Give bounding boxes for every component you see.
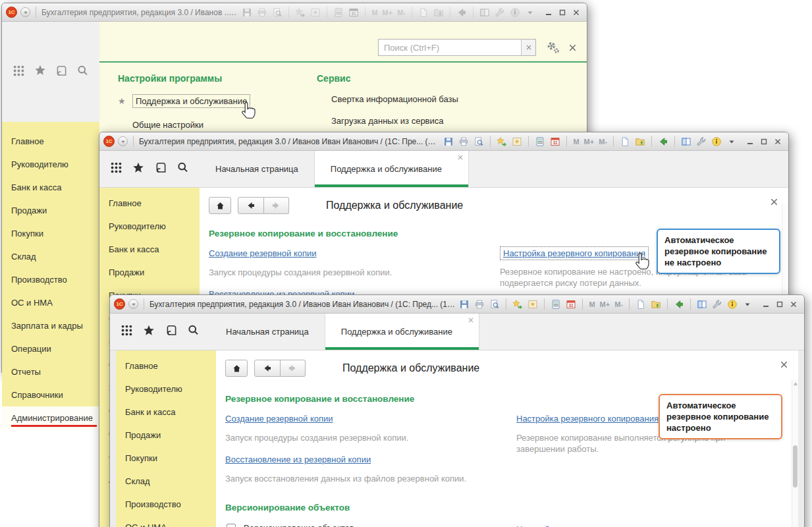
tab-support[interactable]: Поддержка и обслуживание	[315, 151, 469, 187]
calculator-icon[interactable]	[550, 298, 562, 310]
sidebar-item[interactable]: Покупки	[116, 447, 216, 470]
maximize-button[interactable]	[761, 138, 767, 145]
sidebar-item[interactable]: Главное	[116, 354, 216, 377]
search-clear-icon[interactable]	[521, 40, 535, 55]
general-settings-link[interactable]: Общие настройки	[132, 120, 203, 130]
versioning-settings-link[interactable]: Настройки хранения	[516, 524, 598, 527]
memory-button[interactable]: M	[572, 138, 580, 146]
maximize-button[interactable]	[559, 9, 566, 16]
tab-close-icon[interactable]	[468, 318, 474, 323]
new-document-icon[interactable]	[635, 298, 647, 310]
sidebar-item[interactable]: Продажи	[99, 261, 200, 284]
favorites-star-icon[interactable]	[142, 324, 155, 340]
db-compress-link[interactable]: Свертка информационной базы	[331, 94, 458, 104]
minimize-button[interactable]	[747, 138, 753, 145]
print-preview-icon[interactable]	[271, 7, 283, 18]
versioning-checkbox[interactable]	[227, 524, 236, 527]
memory-minus-button[interactable]: M-	[598, 138, 608, 146]
sidebar-item[interactable]: Руководителю	[116, 377, 216, 401]
calculator-icon[interactable]	[333, 7, 344, 18]
split-window-icon[interactable]	[479, 7, 491, 18]
sidebar-item[interactable]: Продажи	[116, 424, 216, 447]
favorites-star-icon[interactable]	[34, 64, 47, 80]
calendar-icon[interactable]: 31	[549, 136, 561, 148]
main-menu-grid-icon[interactable]	[13, 65, 25, 80]
vertical-scrollbar[interactable]	[792, 379, 798, 527]
sidebar-item[interactable]: Главное	[2, 130, 99, 153]
close-button[interactable]	[573, 9, 580, 16]
nav-back-button[interactable]	[238, 197, 264, 214]
chevron-down-icon[interactable]	[742, 298, 753, 310]
history-icon[interactable]	[165, 324, 178, 339]
main-menu-grid-icon[interactable]	[121, 324, 133, 339]
minimize-button[interactable]	[545, 9, 552, 16]
print-icon[interactable]	[458, 136, 470, 148]
nav-forward-button[interactable]	[264, 197, 290, 214]
memory-minus-button[interactable]: M-	[614, 300, 624, 308]
print-icon[interactable]	[256, 7, 268, 18]
save-icon[interactable]	[458, 298, 470, 310]
memory-minus-button[interactable]: M-	[396, 9, 406, 16]
add-favorite-icon[interactable]	[496, 136, 508, 148]
close-button[interactable]	[790, 301, 797, 308]
sidebar-item[interactable]: Отчеты	[2, 360, 99, 383]
history-icon[interactable]	[55, 65, 68, 80]
close-button[interactable]	[774, 138, 781, 145]
print-icon[interactable]	[474, 298, 485, 310]
restore-backup-link[interactable]: Восстановление из резервной копии	[225, 455, 371, 464]
sidebar-item[interactable]: Администрирование	[2, 406, 99, 430]
home-button[interactable]	[209, 197, 231, 214]
open-file-icon[interactable]	[433, 7, 445, 18]
configure-backup-link[interactable]: Настройка резервного копирования	[500, 246, 649, 260]
tab-home[interactable]: Начальная страница	[200, 151, 315, 187]
tab-close-icon[interactable]	[458, 155, 463, 160]
sidebar-item[interactable]: Главное	[99, 192, 200, 215]
back-arrow-icon[interactable]	[456, 7, 468, 18]
back-arrow-icon[interactable]	[673, 298, 685, 310]
memory-plus-button[interactable]: M+	[382, 9, 394, 16]
sidebar-item[interactable]: Банк и касса	[99, 238, 200, 261]
save-icon[interactable]	[241, 7, 253, 18]
info-icon[interactable]	[726, 298, 738, 310]
page-close-icon[interactable]	[771, 198, 778, 206]
sidebar-item[interactable]: Руководителю	[99, 215, 200, 238]
new-document-icon[interactable]	[619, 136, 631, 148]
chevron-down-icon[interactable]	[726, 136, 738, 148]
sidebar-item[interactable]: ОС и НМА	[2, 291, 99, 314]
open-file-icon[interactable]	[650, 298, 662, 310]
settings-gears-icon[interactable]	[544, 40, 561, 55]
sidebar-item[interactable]: Зарплата и кадры	[2, 314, 99, 337]
service-wrench-icon[interactable]	[494, 7, 506, 18]
memory-plus-button[interactable]: M+	[599, 300, 611, 308]
split-window-icon[interactable]	[680, 136, 692, 148]
sidebar-item[interactable]: ОС и НМА	[116, 516, 216, 527]
system-menu-button[interactable]	[118, 136, 128, 146]
chevron-down-icon[interactable]	[524, 7, 536, 18]
sidebar-item[interactable]: Производство	[116, 493, 216, 516]
sidebar-item[interactable]: Банк и касса	[2, 176, 99, 199]
sidebar-item[interactable]: Справочники	[2, 383, 99, 406]
sidebar-item[interactable]: Руководителю	[2, 153, 99, 176]
favorites-star-icon[interactable]	[132, 161, 145, 177]
system-menu-button[interactable]	[20, 7, 30, 17]
print-preview-icon[interactable]	[473, 136, 485, 148]
search-icon[interactable]	[176, 161, 189, 177]
panel-close-icon[interactable]	[569, 44, 576, 51]
scroll-up-icon[interactable]	[794, 382, 798, 385]
open-file-icon[interactable]	[634, 136, 646, 148]
calculator-icon[interactable]	[534, 136, 546, 148]
configure-backup-link[interactable]: Настройка резервного копирования	[516, 414, 659, 424]
scrollbar-thumb[interactable]	[793, 445, 798, 487]
sidebar-item[interactable]: Покупки	[2, 222, 99, 245]
sidebar-item[interactable]: Склад	[2, 245, 99, 268]
sidebar-item[interactable]: Операции	[2, 337, 99, 360]
split-window-icon[interactable]	[696, 298, 708, 310]
add-favorite-icon[interactable]	[512, 298, 524, 310]
support-maintenance-link[interactable]: Поддержка и обслуживание	[132, 94, 250, 108]
new-document-icon[interactable]	[418, 7, 429, 18]
window-titlebar[interactable]: 1С Бухгалтерия предприятия, редакция 3.0…	[110, 295, 804, 314]
page-close-icon[interactable]	[780, 361, 788, 368]
favorite-star-icon[interactable]: ★	[118, 96, 132, 106]
search-input[interactable]	[379, 40, 521, 55]
sidebar-item[interactable]: Склад	[116, 470, 216, 493]
